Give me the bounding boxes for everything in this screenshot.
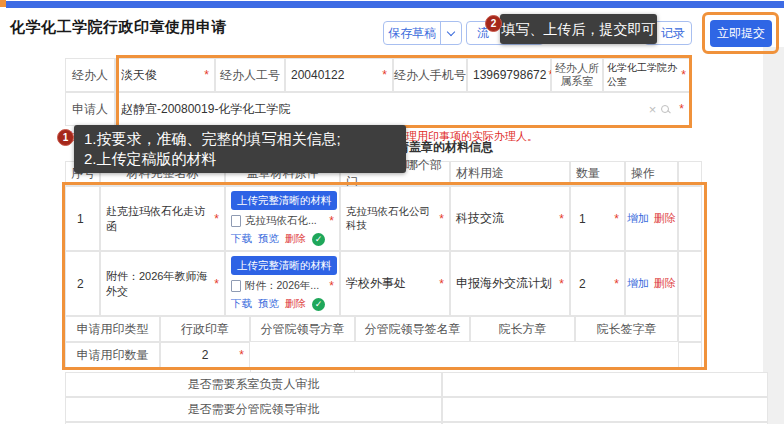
approval-leader-field[interactable] [442,397,768,422]
save-draft-button[interactable]: 保存草稿 [383,21,462,45]
row-spacer [678,251,702,316]
upload-success-icon: ✓ [312,298,325,311]
required-marker: * [612,277,619,291]
required-marker: * [237,348,244,362]
file-icon [231,215,241,227]
step1-tooltip-line1: 1.按要求，准确、完整的填写相关信息; [84,129,396,149]
uploaded-file-name[interactable]: 克拉玛依石化... [245,214,317,228]
agent-phone-value: 13969798672 [473,68,546,82]
preview-link[interactable]: 预览 [258,232,279,246]
table-row-no: 1 [65,186,100,251]
step1-tooltip: 1.按要求，准确、完整的填写相关信息; 2.上传定稿版的材料 [74,125,406,173]
seal-type: 分管院领导方章 [250,316,355,342]
required-marker: * [212,277,219,291]
material-name-value: 附件：2026年教师海外交 [106,269,212,299]
required-marker: * [202,68,209,82]
required-marker: * [380,68,387,82]
step1-tooltip-line2: 2.上传定稿版的材料 [84,149,396,169]
seal-qty-value: 2 [202,348,209,362]
material-qty-value: 2 [579,277,586,291]
upload-success-icon: ✓ [312,233,325,246]
col-header-qty: 数量 [570,161,625,186]
delete-file-link[interactable]: 删除 [285,232,306,246]
seal-type: 分管院领导签名章 [355,316,470,342]
approval-sysroom-field[interactable] [442,372,768,397]
top-accent-bar [6,1,784,8]
row-operations: 增加 删除 [625,186,678,251]
add-row-link[interactable]: 增加 [627,276,649,291]
delete-file-link[interactable]: 删除 [285,297,306,311]
step1-badge: 1 [57,129,74,146]
row-spacer [678,186,702,251]
row-operations: 增加 删除 [625,251,678,316]
agent-id-value: 20040122 [291,68,344,82]
required-marker: * [327,214,334,228]
material-purpose-value: 科技交流 [456,210,504,227]
agent-phone-label: 经办人手机号 [393,58,467,92]
submit-button[interactable]: 立即提交 [710,20,772,47]
agent-label: 经办人 [65,58,115,92]
material-purpose-field[interactable]: 申报海外交流计划 * [450,251,570,316]
download-link[interactable]: 下载 [231,232,252,246]
required-marker: * [437,277,444,291]
required-marker: * [677,102,684,116]
material-name-field[interactable]: 赴克拉玛依石化走访函 * [100,186,225,251]
required-marker: * [679,68,686,82]
material-qty-value: 1 [579,212,586,226]
table-row-no: 2 [65,251,100,316]
material-qty-field[interactable]: 1 * [570,186,625,251]
agent-phone-field[interactable]: 13969798672 * [467,58,551,92]
agent-dept-label: 经办人所属系室 [551,58,603,92]
seal-qty-label: 申请用印数量 [65,342,160,368]
clear-icon[interactable]: × [649,103,657,116]
download-link[interactable]: 下载 [231,297,252,311]
agent-id-field[interactable]: 20040122 * [285,58,393,92]
approval-sysroom-label: 是否需要系室负责人审批 [65,372,442,397]
required-marker: * [557,212,564,226]
row-spacer [678,316,702,342]
material-purpose-field[interactable]: 科技交流 * [450,186,570,251]
material-dept-value: 学校外事处 [346,275,406,292]
seal-type: 院长签字章 [575,316,678,342]
material-original-cell: 上传完整清晰的材料 克拉玛依石化... * 下载 预览 删除 ✓ [225,186,340,251]
material-name-value: 赴克拉玛依石化走访函 [106,204,212,234]
add-row-link[interactable]: 增加 [627,211,649,226]
applicant-field[interactable]: 赵静宜-20080019-化学化工学院 × * [115,92,690,126]
material-dept-field[interactable]: 学校外事处 * [340,251,450,316]
material-purpose-value: 申报海外交流计划 [456,275,552,292]
records-button-fragment: 记录 [661,25,685,42]
page-title: 化学化工学院行政印章使用申请 [10,18,227,37]
row-spacer [678,342,702,368]
remove-row-link[interactable]: 删除 [654,211,676,226]
uploaded-file-name[interactable]: 附件：2026年... [245,279,319,293]
agent-dept-field[interactable]: 化学化工学院办公室 * [603,58,690,92]
required-marker: * [212,212,219,226]
col-header-ops: 操作 [625,161,678,186]
step2-tooltip: 填写、上传后，提交即可 [500,14,657,44]
search-icon[interactable] [661,105,670,114]
seal-application-page: 化学化工学院行政印章使用申请 保存草稿 流 记录 立即提交 填写、上传后，提交即… [0,0,784,424]
applicant-value: 赵静宜-20080019-化学化工学院 [121,101,290,118]
upload-material-button[interactable]: 上传完整清晰的材料 [231,256,337,275]
agent-field[interactable]: 淡天俊 * [115,58,215,92]
material-dept-field[interactable]: 克拉玛依石化公司科技 * [340,186,450,251]
col-header-purpose: 材料用途 [450,161,570,186]
material-qty-field[interactable]: 2 * [570,251,625,316]
chevron-down-icon[interactable] [441,32,461,35]
col-header-spacer [678,161,702,186]
approval-leader-label: 是否需要分管院领导审批 [65,397,442,422]
seal-type-label: 申请用印类型 [65,316,160,342]
required-marker: * [437,212,444,226]
upload-material-button[interactable]: 上传完整清晰的材料 [231,191,337,210]
preview-link[interactable]: 预览 [258,297,279,311]
material-name-field[interactable]: 附件：2026年教师海外交 * [100,251,225,316]
agent-value: 淡天俊 [121,67,157,84]
seal-qty-field[interactable]: 2 * [160,342,250,368]
required-marker: * [327,279,334,293]
page-right-gutter [763,47,784,424]
required-marker: * [612,212,619,226]
remove-row-link[interactable]: 删除 [654,276,676,291]
required-marker: * [557,277,564,291]
agent-dept-value: 化学化工学院办公室 [607,61,679,89]
seal-type: 行政印章 [160,316,250,342]
